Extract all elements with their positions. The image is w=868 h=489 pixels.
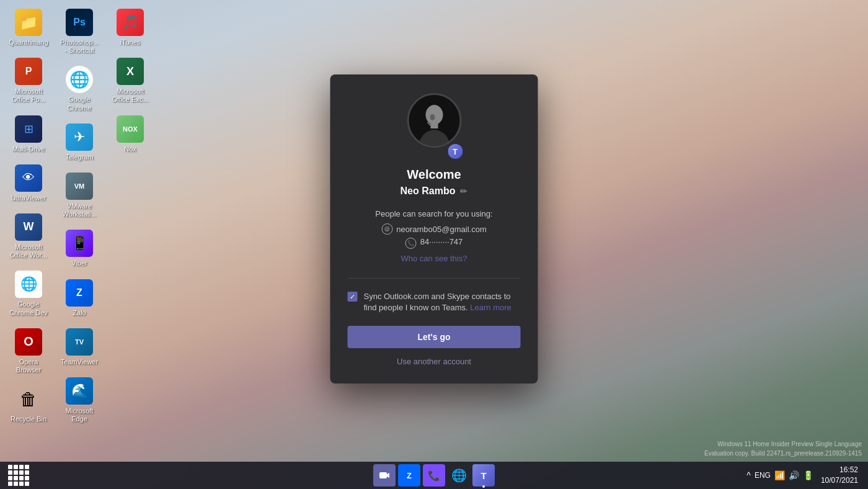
- ms-office-word-label: Microsoft Office Wor...: [9, 243, 48, 259]
- itunes-icon: 🎵: [117, 9, 144, 36]
- svg-rect-2: [430, 123, 438, 128]
- google-chrome-label: Google Chrome: [60, 96, 99, 112]
- phone-icon: 📞: [405, 238, 417, 249]
- quantrimang-icon: 📁: [15, 9, 42, 36]
- zalo-icon: Z: [66, 279, 93, 307]
- system-tray: ^ ENG 📶 🔊 🔋: [746, 470, 813, 480]
- win-info-line2: Evaluation copy. Build 22471.rs_prerelea…: [704, 449, 862, 458]
- lang-label[interactable]: ENG: [755, 471, 771, 480]
- desktop: 📁 Quantrimang P Microsoft Office Po... ⊞…: [0, 0, 868, 489]
- search-label: People can search for you using:: [375, 209, 492, 218]
- desktop-icon-recycle[interactable]: 🗑 Recycle Bin: [6, 383, 51, 426]
- teams-taskbar-icon: T: [480, 470, 486, 481]
- vmware-icon: VM: [66, 173, 93, 200]
- datetime-display[interactable]: 16:52 10/07/2021: [818, 464, 861, 487]
- taskbar-meet-now[interactable]: [373, 464, 396, 487]
- desktop-icon-ultraviewer[interactable]: 👁 UltraViewer: [6, 162, 51, 205]
- svg-rect-4: [379, 472, 387, 478]
- taskbar-zalo[interactable]: Z: [398, 464, 420, 487]
- chrome-dev-label: Google Chrome Dev: [9, 300, 48, 316]
- svg-point-3: [430, 114, 435, 120]
- wifi-icon[interactable]: 📶: [774, 470, 785, 480]
- ms-office-exc-label: Microsoft Office Exc...: [110, 87, 150, 104]
- viber-icon: 📱: [66, 230, 93, 257]
- itunes-label: iTunes: [120, 38, 141, 47]
- show-hidden-icon[interactable]: ^: [746, 470, 751, 480]
- teamviewer-icon: TV: [66, 328, 93, 356]
- photoshop-icon: Ps: [66, 9, 93, 36]
- desktop-icon-multi-drive[interactable]: ⊞ Multi-Drive: [6, 113, 51, 156]
- desktop-icon-opera[interactable]: O Opera Browser: [6, 326, 51, 377]
- teams-dialog: T Welcome Neo Rambo ✏ People can search …: [330, 74, 538, 384]
- welcome-text: Welcome: [407, 168, 461, 182]
- desktop-icon-ms-office-exc[interactable]: X Microsoft Office Exc...: [108, 55, 153, 106]
- desktop-icon-vmware[interactable]: VM VMware Workstati...: [57, 170, 102, 221]
- time-display: 16:52: [821, 465, 858, 475]
- edge-label: Microsoft Edge: [60, 407, 99, 423]
- meet-now-icon: [378, 469, 391, 482]
- desktop-icon-ms-office-po[interactable]: P Microsoft Office Po...: [6, 55, 51, 106]
- desktop-icon-zalo[interactable]: Z Zalo: [57, 277, 102, 320]
- taskbar-teams[interactable]: T: [472, 464, 495, 487]
- start-button[interactable]: [7, 464, 30, 487]
- desktop-icon-quantrimang[interactable]: 📁 Quantrimang: [6, 6, 51, 49]
- nox-icon: NOX: [117, 115, 144, 143]
- opera-icon: O: [15, 328, 42, 356]
- email-row: @ neorambo05@gmail.com: [381, 223, 486, 235]
- opera-label: Opera Browser: [9, 358, 48, 374]
- who-can-see-link[interactable]: Who can see this?: [401, 254, 467, 263]
- at-sign-icon: @: [381, 223, 392, 235]
- vmware-label: VMware Workstati...: [60, 202, 99, 218]
- zalo-taskbar-icon: Z: [407, 471, 412, 480]
- phone-text: 84·········747: [420, 237, 463, 246]
- desktop-icon-photoshop[interactable]: Ps Photoshop... - Shortcut: [57, 6, 102, 57]
- viber-label: Viber: [71, 259, 87, 267]
- desktop-icon-itunes[interactable]: 🎵 iTunes: [108, 6, 153, 49]
- telegram-label: Telegram: [65, 153, 93, 161]
- checkbox-checkmark: ✓: [350, 293, 355, 301]
- lets-go-button[interactable]: Let's go: [348, 326, 521, 348]
- multi-drive-label: Multi-Drive: [12, 145, 45, 153]
- quantrimang-label: Quantrimang: [9, 38, 48, 47]
- zalo-label: Zalo: [73, 309, 86, 317]
- desktop-icon-viber[interactable]: 📱 Viber: [57, 227, 102, 270]
- ms-office-po-icon: P: [15, 58, 42, 85]
- avatar-container: T: [407, 93, 461, 158]
- taskbar-center: Z 📞 🌐 T: [373, 464, 495, 487]
- edit-icon[interactable]: ✏: [460, 186, 467, 196]
- google-chrome-icon: 🌐: [66, 66, 93, 93]
- sync-checkbox[interactable]: ✓: [348, 292, 358, 302]
- desktop-icon-chrome-dev[interactable]: 🌐 Google Chrome Dev: [6, 268, 51, 319]
- phone-row: 📞 84·········747: [405, 237, 463, 249]
- username-row: Neo Rambo ✏: [401, 186, 468, 197]
- desktop-icon-google-chrome[interactable]: 🌐 Google Chrome: [57, 63, 102, 114]
- teamviewer-label: TeamViewer: [61, 358, 98, 366]
- battery-icon[interactable]: 🔋: [803, 470, 813, 480]
- recycle-icon: 🗑: [15, 385, 42, 413]
- svg-point-1: [425, 105, 443, 125]
- desktop-icon-telegram[interactable]: ✈ Telegram: [57, 121, 102, 164]
- desktop-icon-edge[interactable]: 🌊 Microsoft Edge: [57, 375, 102, 426]
- taskbar-chrome[interactable]: 🌐: [448, 464, 470, 487]
- chrome-dev-icon: 🌐: [15, 271, 42, 298]
- volume-icon[interactable]: 🔊: [789, 470, 799, 480]
- telegram-icon: ✈: [66, 123, 93, 151]
- email-text: neorambo05@gmail.com: [396, 225, 486, 234]
- viber-taskbar-icon: 📞: [428, 470, 440, 482]
- desktop-icon-nox[interactable]: NOX Nox: [108, 113, 153, 156]
- taskbar-right: ^ ENG 📶 🔊 🔋 16:52 10/07/2021: [746, 464, 861, 487]
- desktop-icon-teamviewer[interactable]: TV TeamViewer: [57, 326, 102, 369]
- chrome-taskbar-icon: 🌐: [451, 468, 467, 483]
- ms-office-exc-icon: X: [117, 58, 144, 85]
- win-info-line1: Windows 11 Home Insider Preview Single L…: [704, 439, 862, 449]
- photoshop-label: Photoshop... - Shortcut: [60, 38, 99, 55]
- ultraviewer-label: UltraViewer: [11, 194, 46, 202]
- ms-office-word-icon: W: [15, 213, 42, 241]
- learn-more-link[interactable]: Learn more: [470, 303, 511, 312]
- use-another-button[interactable]: Use another account: [397, 357, 471, 366]
- nox-label: Nox: [124, 145, 136, 153]
- teams-badge: T: [446, 143, 464, 160]
- desktop-icon-ms-office-wor[interactable]: W Microsoft Office Wor...: [6, 211, 51, 262]
- divider: [348, 278, 521, 279]
- taskbar-viber[interactable]: 📞: [423, 464, 445, 487]
